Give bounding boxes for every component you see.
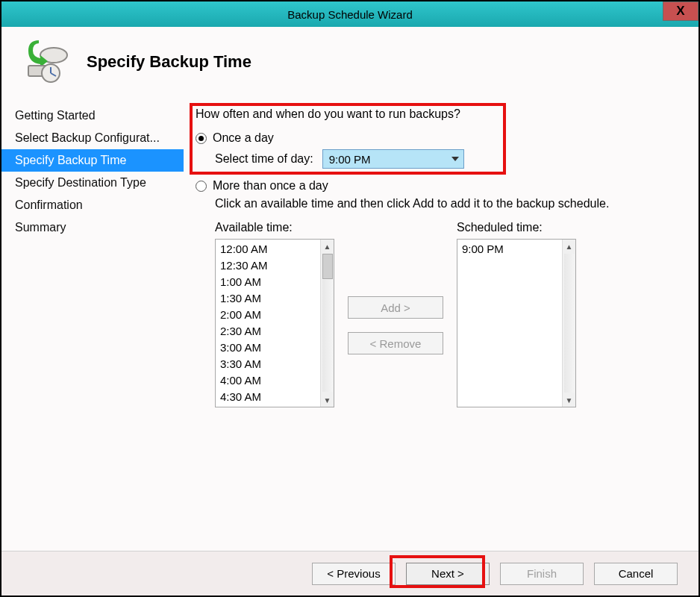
sidebar-item-select-config[interactable]: Select Backup Configurat... [1,127,184,149]
label-more-than-once: More than once a day [213,179,328,193]
sidebar-item-summary[interactable]: Summary [1,216,184,239]
option-once-a-day[interactable]: Once a day [196,131,681,145]
scheduled-time-listbox[interactable]: 9:00 PM ▲ ▼ [457,239,576,407]
option-more-than-once[interactable]: More than once a day [196,179,681,193]
scroll-up-icon[interactable]: ▲ [321,240,334,253]
wizard-body: Getting Started Select Backup Configurat… [1,101,699,569]
sidebar-item-specify-time[interactable]: Specify Backup Time [1,149,184,172]
add-remove-column: Add > < Remove [348,243,443,407]
list-item[interactable]: 2:30 AM [220,323,316,340]
available-time-listbox[interactable]: 12:00 AM 12:30 AM 1:00 AM 1:30 AM 2:00 A… [215,239,334,407]
page-title: Specify Backup Time [87,52,251,72]
chevron-down-icon [451,157,459,161]
scroll-thumb[interactable] [322,254,333,279]
sidebar-item-destination-type[interactable]: Specify Destination Type [1,172,184,194]
available-column: Available time: 12:00 AM 12:30 AM 1:00 A… [215,221,334,407]
list-item[interactable]: 12:00 AM [220,241,316,257]
close-button[interactable]: X [663,1,699,21]
wizard-steps-sidebar: Getting Started Select Backup Configurat… [1,101,184,569]
backup-wizard-icon [24,40,72,84]
scroll-down-icon[interactable]: ▼ [563,393,575,407]
window: Backup Schedule Wizard X Specify Backup … [0,0,700,597]
list-item[interactable]: 1:00 AM [220,274,316,290]
time-of-day-value: 9:00 PM [329,153,371,166]
sidebar-item-confirmation[interactable]: Confirmation [1,194,184,216]
scheduled-column: Scheduled time: 9:00 PM ▲ ▼ [457,221,576,407]
scheduled-time-items[interactable]: 9:00 PM [457,240,562,407]
time-lists-area: Available time: 12:00 AM 12:30 AM 1:00 A… [215,221,681,407]
radio-once-a-day[interactable] [196,133,207,144]
list-item[interactable]: 2:00 AM [220,307,316,323]
scroll-up-icon[interactable]: ▲ [563,240,575,253]
label-once-a-day: Once a day [213,131,274,145]
window-title: Backup Schedule Wizard [287,8,413,21]
remove-button: < Remove [348,332,443,354]
scroll-down-icon[interactable]: ▼ [321,393,334,407]
available-time-label: Available time: [215,221,334,234]
time-of-day-dropdown[interactable]: 9:00 PM [322,149,464,169]
available-scrollbar[interactable]: ▲ ▼ [320,240,334,407]
scheduled-time-label: Scheduled time: [457,221,576,234]
list-item[interactable]: 12:30 AM [220,257,316,274]
add-button: Add > [348,296,443,319]
time-of-day-label: Select time of day: [215,152,313,166]
multi-description: Click an available time and then click A… [215,197,681,210]
list-item[interactable]: 3:30 AM [220,356,316,372]
wizard-footer: < Previous Next > Finish Cancel [1,551,699,596]
main-content: How often and when do you want to run ba… [184,101,699,569]
cancel-button[interactable]: Cancel [594,563,678,585]
time-of-day-row: Select time of day: 9:00 PM [215,149,681,169]
list-item[interactable]: 9:00 PM [462,241,557,257]
radio-more-than-once[interactable] [196,181,207,192]
next-button[interactable]: Next > [406,563,490,585]
previous-button[interactable]: < Previous [312,563,396,585]
page-header: Specify Backup Time [1,27,699,101]
schedule-question: How often and when do you want to run ba… [196,107,681,121]
finish-button: Finish [500,563,584,585]
available-time-items[interactable]: 12:00 AM 12:30 AM 1:00 AM 1:30 AM 2:00 A… [216,240,320,407]
list-item[interactable]: 3:00 AM [220,340,316,356]
title-bar: Backup Schedule Wizard X [1,1,699,27]
list-item[interactable]: 4:00 AM [220,372,316,389]
scheduled-scrollbar[interactable]: ▲ ▼ [562,240,575,407]
list-item[interactable]: 1:30 AM [220,290,316,307]
sidebar-item-getting-started[interactable]: Getting Started [1,104,184,127]
list-item[interactable]: 4:30 AM [220,389,316,405]
scroll-track[interactable] [564,254,575,393]
scroll-track[interactable] [322,280,333,392]
close-icon: X [676,4,684,19]
